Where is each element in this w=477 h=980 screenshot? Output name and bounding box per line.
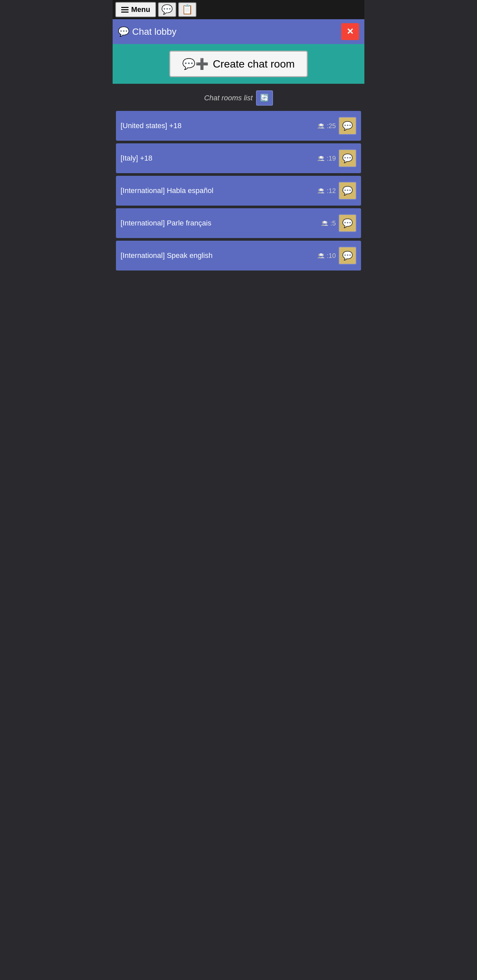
- room-count: :25: [317, 122, 336, 130]
- room-icon: 💬: [338, 247, 356, 264]
- contact-nav-icon: 📋: [182, 5, 193, 14]
- create-chat-room-button[interactable]: 💬➕ Create chat room: [169, 51, 307, 77]
- people-icon: [317, 188, 325, 194]
- lobby-icon: 💬: [118, 26, 129, 37]
- svg-point-11: [323, 221, 326, 223]
- svg-point-14: [320, 253, 322, 256]
- people-icon: [317, 123, 325, 129]
- close-icon: ✕: [346, 27, 354, 37]
- close-button[interactable]: ✕: [341, 23, 359, 40]
- people-icon: [317, 155, 325, 162]
- room-count: :19: [317, 154, 336, 162]
- menu-label: Menu: [131, 5, 150, 14]
- room-name: [International] Speak english: [121, 251, 317, 260]
- room-item[interactable]: [International] Parle français :5 💬: [116, 208, 361, 238]
- room-right: :19 💬: [317, 149, 356, 167]
- room-item[interactable]: [International] Habla español :12 💬: [116, 176, 361, 205]
- chat-bubbles-icon: 💬: [342, 153, 353, 164]
- room-icon: 💬: [338, 117, 356, 135]
- room-icon: 💬: [338, 214, 356, 232]
- lobby-title: Chat lobby: [132, 27, 177, 37]
- chat-rooms-list-label: Chat rooms list: [204, 94, 253, 102]
- svg-point-5: [320, 156, 322, 159]
- chat-nav-icon: 💬: [161, 5, 173, 14]
- chat-rooms-section: Chat rooms list 🔄 [United states] +18 :2…: [113, 84, 364, 277]
- chat-bubbles-icon: 💬: [342, 121, 353, 131]
- create-chat-icon: 💬➕: [182, 57, 209, 70]
- top-nav: Menu 💬 📋: [113, 0, 364, 19]
- room-name: [International] Parle français: [121, 219, 320, 228]
- chat-lobby-header: 💬 Chat lobby ✕: [113, 19, 364, 44]
- chat-rooms-list-header: Chat rooms list 🔄: [116, 91, 361, 106]
- menu-button[interactable]: Menu: [115, 2, 156, 17]
- room-right: :10 💬: [317, 247, 356, 264]
- room-item[interactable]: [International] Speak english :10 💬: [116, 241, 361, 270]
- room-name: [International] Habla español: [121, 186, 317, 195]
- lobby-title-group: 💬 Chat lobby: [118, 26, 177, 37]
- chat-bubbles-icon: 💬: [342, 251, 353, 261]
- svg-point-8: [320, 188, 322, 191]
- hamburger-icon: [121, 7, 129, 13]
- room-name: [Italy] +18: [121, 154, 317, 162]
- room-count: :12: [317, 187, 336, 195]
- room-item[interactable]: [United states] +18 :25 💬: [116, 111, 361, 141]
- room-count: :5: [320, 220, 336, 227]
- room-name: [United states] +18: [121, 121, 317, 130]
- chat-bubbles-icon: 💬: [342, 218, 353, 228]
- chat-nav-icon-button[interactable]: 💬: [158, 2, 176, 17]
- chat-bubbles-icon: 💬: [342, 186, 353, 196]
- people-icon: [320, 220, 329, 226]
- create-chat-label: Create chat room: [213, 58, 295, 70]
- room-icon: 💬: [338, 149, 356, 167]
- room-icon: 💬: [338, 182, 356, 200]
- people-icon: [317, 252, 325, 259]
- svg-point-2: [320, 124, 322, 126]
- room-list: [United states] +18 :25 💬 [Ital: [116, 111, 361, 270]
- room-count: :10: [317, 252, 336, 259]
- room-right: :12 💬: [317, 182, 356, 200]
- create-section: 💬➕ Create chat room: [113, 44, 364, 84]
- refresh-icon: 🔄: [260, 94, 269, 102]
- room-right: :25 💬: [317, 117, 356, 135]
- contact-nav-icon-button[interactable]: 📋: [178, 2, 196, 17]
- refresh-button[interactable]: 🔄: [256, 91, 273, 106]
- room-right: :5 💬: [320, 214, 356, 232]
- room-item[interactable]: [Italy] +18 :19 💬: [116, 143, 361, 173]
